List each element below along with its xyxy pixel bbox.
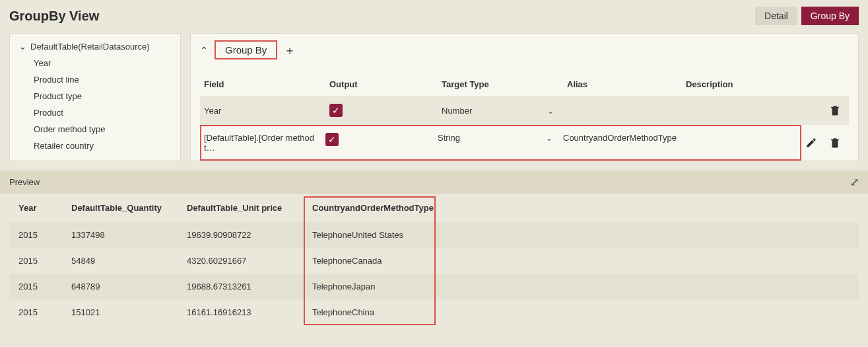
trash-icon[interactable] <box>829 137 841 149</box>
config-row[interactable]: Year ✓ Number⌄ <box>200 96 849 125</box>
tree-item[interactable]: Year <box>34 58 171 68</box>
trash-icon[interactable] <box>829 104 841 116</box>
preview-row: 2015 151021 16161.16916213 TelephoneChin… <box>9 299 859 325</box>
preview-header: Preview ⤢ <box>0 171 868 194</box>
view-toggle: Detail Group By <box>755 7 859 25</box>
cell-field: [DefaultTable].[Order method t… <box>204 133 325 153</box>
preview-col[interactable]: DefaultTable_Quantity <box>62 196 178 222</box>
cell: 2015 <box>9 248 62 274</box>
cell: 1337498 <box>62 222 178 248</box>
preview-row: 2015 1337498 19639.90908722 TelephoneUni… <box>9 222 859 248</box>
col-field: Field <box>200 73 325 96</box>
chevron-down-icon[interactable]: ⌄ <box>543 134 552 143</box>
checkbox-checked-icon[interactable]: ✓ <box>325 133 339 146</box>
groupby-button[interactable]: Group By <box>801 7 859 25</box>
tree-item[interactable]: Product <box>34 108 171 118</box>
cell: 54849 <box>62 248 178 274</box>
cell-field: Year <box>200 96 325 125</box>
field-tree: ⌄ DefaultTable(RetailDatasource) Year Pr… <box>9 33 181 161</box>
expand-icon[interactable]: ⤢ <box>850 176 859 188</box>
collapse-icon[interactable]: ⌃ <box>200 45 208 56</box>
preview-col[interactable]: Year <box>9 196 62 222</box>
tree-item[interactable]: Retailer country <box>34 141 171 151</box>
tree-item[interactable]: Product line <box>34 75 171 85</box>
cell: 2015 <box>9 222 62 248</box>
col-alias: Alias <box>563 73 682 96</box>
preview-row: 2015 54849 4320.60291667 TelephoneCanada <box>9 248 859 274</box>
config-table: Field Output Target Type Alias Descripti… <box>200 73 849 161</box>
edit-icon[interactable] <box>805 137 817 149</box>
col-output: Output <box>325 73 438 96</box>
cell: TelephoneJapan <box>303 274 859 299</box>
preview-col[interactable]: CountryandOrderMethodType <box>303 196 859 222</box>
cell: 2015 <box>9 299 62 325</box>
cell: 648789 <box>62 274 178 299</box>
cell: 151021 <box>62 299 178 325</box>
cell-desc <box>682 96 801 125</box>
tree-item[interactable]: Product type <box>34 91 171 101</box>
cell: 19688.67313261 <box>178 274 303 299</box>
cell: 19639.90908722 <box>178 222 303 248</box>
chevron-down-icon: ⌄ <box>19 42 26 52</box>
tree-root-node[interactable]: ⌄ DefaultTable(RetailDatasource) <box>19 42 171 52</box>
plus-icon[interactable]: ＋ <box>284 42 296 58</box>
cell: TelephoneUnited States <box>303 222 859 248</box>
cell-target[interactable]: Number <box>442 106 472 116</box>
col-desc: Description <box>682 73 801 96</box>
cell: TelephoneChina <box>303 299 859 325</box>
tree-root-label: DefaultTable(RetailDatasource) <box>30 42 150 52</box>
chevron-down-icon[interactable]: ⌄ <box>545 106 554 116</box>
detail-button[interactable]: Detail <box>755 7 797 25</box>
cell: 4320.60291667 <box>178 248 303 274</box>
cell: 2015 <box>9 274 62 299</box>
preview-table: Year DefaultTable_Quantity DefaultTable_… <box>9 196 859 325</box>
page-title: GroupBy View <box>9 9 99 24</box>
preview-label: Preview <box>9 177 40 187</box>
cell: TelephoneCanada <box>303 248 859 274</box>
config-panel: ⌃ Group By ＋ Field Output Target Type Al… <box>190 33 859 161</box>
cell: 16161.16916213 <box>178 299 303 325</box>
preview-row: 2015 648789 19688.67313261 TelephoneJapa… <box>9 274 859 299</box>
preview-col[interactable]: DefaultTable_Unit price <box>178 196 303 222</box>
cell-alias: CountryandOrderMethodType <box>563 133 682 153</box>
cell-alias <box>563 96 682 125</box>
col-target: Target Type <box>438 73 563 96</box>
checkbox-checked-icon[interactable]: ✓ <box>329 104 343 117</box>
config-row[interactable]: [DefaultTable].[Order method t… ✓ String… <box>200 125 849 161</box>
cell-target[interactable]: String <box>438 133 460 143</box>
groupby-chip[interactable]: Group By <box>215 40 277 59</box>
tree-item[interactable]: Order method type <box>34 124 171 134</box>
